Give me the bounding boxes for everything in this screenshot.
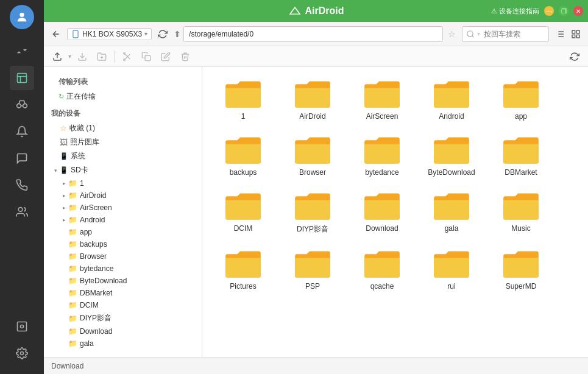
tree-item-airdroid[interactable]: ▸ 📁 AirDroid (44, 189, 202, 202)
folder-item[interactable]: PSP (279, 242, 346, 295)
tree-item-favorites[interactable]: ☆ 收藏 (1) (44, 121, 202, 135)
folder-airdroid-label: AirDroid (80, 191, 106, 200)
svg-rect-21 (572, 35, 575, 38)
refresh-nav-button[interactable] (155, 27, 170, 41)
tree-item-bytedownload[interactable]: 📁 ByteDownload (44, 275, 202, 287)
device-tag[interactable]: HK1 BOX S905X3 ▾ (67, 28, 152, 40)
folder-download-label: Download (80, 327, 112, 336)
rename-button[interactable] (157, 48, 174, 65)
tree-item-dcim[interactable]: 📁 DCIM (44, 299, 202, 311)
bookmark-button[interactable]: ☆ (445, 28, 458, 40)
folder-item[interactable]: Pictures (210, 242, 277, 295)
tree-item-backups[interactable]: 📁 backups (44, 238, 202, 250)
minimize-button[interactable]: — (544, 6, 554, 16)
path-up-icon[interactable]: ⬆ (174, 29, 181, 39)
sidebar-transfer-icon[interactable] (10, 39, 34, 63)
search-bar[interactable]: ▾ (462, 26, 549, 42)
transfer-panel: 传输列表 ↻ 正在传输 (44, 72, 202, 106)
expander-airdroid[interactable]: ▸ (60, 191, 68, 200)
new-folder-button[interactable] (93, 48, 110, 65)
folder-item[interactable]: Music (487, 184, 554, 239)
folder-app-icon: 📁 (68, 228, 77, 236)
tree-item-android[interactable]: ▸ 📁 Android (44, 214, 202, 226)
tree-item-sdcard[interactable]: ▾ 📱 SD卡 (44, 163, 202, 177)
folder-item[interactable]: DBMarket (487, 128, 554, 182)
grid-view-button[interactable] (569, 27, 583, 41)
folder-airscreen-label: AirScreen (80, 203, 112, 212)
search-dropdown-icon[interactable]: ▾ (477, 30, 480, 37)
folder-item[interactable]: SuperMD (487, 242, 554, 295)
folder-name: PSP (305, 282, 320, 291)
folder-item[interactable]: AirDroid (279, 72, 346, 125)
tree-item-browser[interactable]: 📁 Browser (44, 250, 202, 263)
tree-item-diyp[interactable]: 📁 DIYP影音 (44, 311, 202, 325)
folder-item[interactable]: 1 (210, 72, 277, 125)
avatar[interactable] (10, 5, 34, 29)
tree-item-dbmarket[interactable]: 📁 DBMarket (44, 287, 202, 299)
tree-item-photos[interactable]: 🖼 照片图库 (44, 135, 202, 149)
sidebar-chat-icon[interactable] (10, 146, 34, 171)
folder-item[interactable]: qcache (349, 242, 416, 295)
list-view-button[interactable] (553, 27, 567, 41)
folder-name: Music (511, 224, 530, 233)
tree-item-system[interactable]: 📱 系统 (44, 149, 202, 163)
path-bar[interactable]: /storage/emulated/0 (183, 26, 443, 42)
tree-item-1[interactable]: ▸ 📁 1 (44, 177, 202, 189)
maximize-button[interactable]: ❐ (559, 6, 569, 16)
folder-name: DBMarket (505, 168, 537, 177)
folder-item[interactable]: bytedance (349, 128, 416, 182)
cut-button[interactable] (118, 48, 135, 65)
toolbar-refresh-button[interactable] (566, 48, 583, 65)
folder-item[interactable]: AirScreen (349, 72, 416, 125)
sidebar-contacts-icon[interactable] (10, 200, 34, 224)
search-input[interactable] (484, 30, 545, 38)
folder-item[interactable]: app (487, 72, 554, 125)
delete-button[interactable] (177, 48, 194, 65)
download-button[interactable] (74, 48, 91, 65)
device-guide[interactable]: ⚠ 设备连接指南 (491, 7, 539, 16)
folder-name: gala (445, 224, 459, 233)
upload-button[interactable] (49, 48, 66, 65)
sidebar-notifications-icon[interactable] (10, 119, 34, 144)
folder-diyp-icon: 📁 (68, 314, 77, 323)
folder-item[interactable]: ByteDownload (418, 128, 485, 182)
svg-rect-19 (572, 30, 575, 34)
sidebar-phone-icon[interactable] (10, 173, 34, 197)
tree-item-airscreen[interactable]: ▸ 📁 AirScreen (44, 202, 202, 214)
sidebar-screenshot-icon[interactable] (10, 314, 34, 339)
folder-item[interactable]: Browser (279, 128, 346, 182)
folder-name: rui (447, 282, 455, 291)
expander-1[interactable]: ▸ (60, 179, 68, 188)
folder-name: AirScreen (366, 112, 398, 121)
expander-photos (51, 138, 60, 147)
tree-item-bytedance[interactable]: 📁 bytedance (44, 263, 202, 275)
folder-name: 1 (241, 112, 246, 121)
expander-android[interactable]: ▸ (60, 216, 68, 224)
expander-airscreen[interactable]: ▸ (60, 203, 68, 212)
tree-item-download[interactable]: 📁 Download (44, 325, 202, 337)
folder-bytedownload-icon: 📁 (68, 277, 77, 285)
folder-item[interactable]: Android (418, 72, 485, 125)
device-dropdown-icon[interactable]: ▾ (144, 30, 147, 37)
close-button[interactable]: ✕ (573, 6, 583, 16)
folder-icon (363, 189, 402, 222)
back-button[interactable] (49, 27, 63, 41)
folder-item[interactable]: gala (418, 184, 485, 239)
expander-sdcard[interactable]: ▾ (51, 166, 60, 175)
tree-item-gala[interactable]: 📁 gala (44, 337, 202, 350)
copy-button[interactable] (138, 48, 155, 65)
folder-item[interactable]: DIYP影音 (279, 184, 346, 239)
upload-dropdown-icon[interactable]: ▾ (68, 53, 71, 60)
sidebar-settings-icon[interactable] (10, 341, 34, 365)
tree-item-app[interactable]: 📁 app (44, 226, 202, 238)
sidebar-files-icon[interactable] (10, 66, 34, 90)
sidebar-binoculars-icon[interactable] (10, 93, 34, 117)
phone-icon: 📱 (60, 152, 68, 160)
transfer-active-item[interactable]: ↻ 正在传输 (51, 90, 194, 104)
folder-item[interactable]: backups (210, 128, 277, 182)
folder-diyp-label: DIYP影音 (80, 313, 112, 323)
folder-item[interactable]: DCIM (210, 184, 277, 239)
folder-name: backups (230, 168, 257, 177)
folder-item[interactable]: rui (418, 242, 485, 295)
folder-item[interactable]: Download (349, 184, 416, 239)
